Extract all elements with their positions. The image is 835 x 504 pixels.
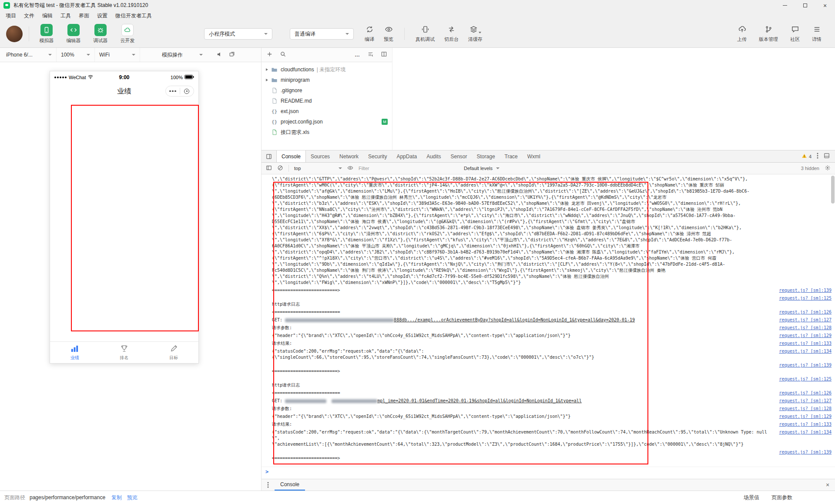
clear-console-icon[interactable] (277, 165, 283, 172)
tree-item[interactable]: {}project.config.jsonM (262, 117, 392, 127)
panel-layout-icon[interactable] (824, 153, 830, 160)
console-log-area[interactable]: \",\"district\":\"&TTP\",\"addres\":\"P@… (262, 174, 835, 479)
tree-item[interactable]: README.md (262, 96, 392, 106)
devtools-tab-network[interactable]: Network (335, 150, 363, 162)
phone-tab-target[interactable]: 目标 (149, 342, 198, 363)
preview-path-button[interactable]: 预览 (127, 494, 137, 501)
menu-item[interactable]: 界面 (75, 11, 93, 20)
network-select[interactable]: WiFi (95, 48, 140, 62)
source-location-link[interactable]: request.js? [sm]:125 (779, 295, 832, 301)
tree-item[interactable]: .gitignore (262, 85, 392, 96)
mode-select[interactable]: 小程序模式 (204, 28, 272, 40)
devtools-tab-audits[interactable]: Audits (422, 150, 446, 162)
filter-input[interactable] (359, 166, 459, 171)
more-icon[interactable]: … (355, 52, 360, 58)
drawer-tab-console[interactable]: Console (275, 479, 305, 491)
add-file-icon[interactable] (267, 51, 272, 58)
source-location-link[interactable]: request.js? [sm]:128 (779, 406, 832, 412)
source-location-link[interactable]: request.js? [sm]:126 (779, 390, 832, 396)
devtools-tab-appdata[interactable]: AppData (392, 150, 422, 162)
remote-debug-button[interactable]: 真机调试 (411, 25, 439, 43)
device-select[interactable]: iPhone 6/... (2, 48, 57, 62)
phone-tab-performance[interactable]: 业绩 (50, 342, 100, 363)
compile-mode-select[interactable]: 普通编译 (290, 28, 354, 40)
debugger-toggle-button[interactable]: 调试器 (89, 24, 112, 44)
source-location-link[interactable]: request.js? [sm]:134 (779, 348, 832, 354)
menu-item[interactable]: 微信开发者工具 (111, 11, 156, 20)
collapse-files-icon[interactable] (368, 51, 373, 58)
compile-button[interactable]: 编译 (360, 25, 379, 43)
split-editor-icon[interactable] (381, 51, 387, 58)
upload-button[interactable]: 上传 (732, 25, 751, 43)
log-levels-select[interactable]: Default levels (464, 166, 500, 171)
menu-item[interactable]: 项目 (2, 11, 20, 20)
details-button[interactable]: 详情 (807, 25, 826, 43)
source-location-link[interactable]: request.js? [sm]:139 (779, 287, 832, 294)
kebab-menu-icon[interactable] (817, 153, 818, 160)
source-location-link[interactable]: request.js? [sm]:134 (779, 429, 832, 435)
tree-item[interactable]: 接口需求.xls (262, 127, 392, 137)
sound-icon[interactable] (217, 51, 223, 59)
request-url-link[interactable]: mpl_ime=2020-01-01&endTime=2020-01-19&sh… (377, 398, 582, 403)
clear-cache-button[interactable]: 清缓存 (463, 25, 487, 43)
tree-item[interactable]: {}ext.json (262, 106, 392, 117)
more-dots-button[interactable] (166, 90, 180, 92)
preview-button[interactable]: 预览 (379, 25, 398, 43)
context-select[interactable]: top (294, 166, 342, 171)
minimize-button[interactable] (775, 0, 795, 11)
copy-path-button[interactable]: 复制 (111, 494, 122, 501)
close-button[interactable]: × (815, 0, 835, 11)
console-scrollbar[interactable] (831, 176, 835, 477)
source-location-link[interactable]: request.js? [sm]:129 (779, 414, 832, 420)
drawer-kebab-icon[interactable] (262, 482, 275, 488)
source-location-link[interactable]: request.js? [sm]:126 (779, 309, 832, 315)
devtools-tab-sensor[interactable]: Sensor (446, 150, 472, 162)
capture-icon[interactable] (229, 51, 235, 59)
menu-item[interactable]: 编辑 (38, 11, 57, 20)
menu-item[interactable]: 工具 (57, 11, 75, 20)
source-location-link[interactable]: request.js? [sm]:127 (779, 398, 832, 404)
source-location-link[interactable]: request.js? [sm]:139 (779, 449, 832, 455)
menu-item[interactable]: 设置 (93, 11, 111, 20)
source-location-link[interactable]: request.js? [sm]:133 (779, 340, 832, 347)
devtools-tab-storage[interactable]: Storage (472, 150, 500, 162)
console-sidebar-icon[interactable] (266, 165, 272, 172)
exit-circle-button[interactable] (180, 89, 194, 94)
devtools-tab-sources[interactable]: Sources (306, 150, 335, 162)
community-button[interactable]: 社区 (785, 25, 805, 43)
menu-item[interactable]: 文件 (20, 11, 38, 20)
warnings-badge[interactable]: 4 (801, 153, 812, 160)
simulator-toggle-button[interactable]: 模拟器 (35, 24, 58, 44)
tree-item[interactable]: miniprogram (262, 75, 392, 85)
devtools-tab-console[interactable]: Console (276, 150, 306, 162)
request-url-link[interactable]: 888db.../exampl...orAchievementByDay?sho… (394, 317, 635, 322)
console-settings-gear-icon[interactable] (825, 165, 831, 172)
switch-background-button[interactable]: 切后台 (439, 25, 463, 43)
maximize-button[interactable] (795, 0, 815, 11)
source-location-link[interactable]: request.js? [sm]:127 (779, 317, 832, 323)
live-expression-eye-icon[interactable] (347, 165, 353, 172)
devtools-tab-security[interactable]: Security (363, 150, 392, 162)
devtools-tab-wxml[interactable]: Wxml (523, 150, 545, 162)
console-prompt-row[interactable]: > (262, 467, 835, 475)
search-icon[interactable] (280, 51, 286, 58)
simulate-actions-select[interactable]: 模拟操作 (158, 48, 207, 62)
zoom-select[interactable]: 100% (57, 48, 95, 62)
source-location-link[interactable]: request.js? [sm]:128 (779, 325, 832, 331)
drawer-close-icon[interactable]: × (820, 481, 835, 488)
source-location-link[interactable]: request.js? [sm]:133 (779, 421, 832, 427)
devtools-tab-trace[interactable]: Trace (500, 150, 523, 162)
source-location-link[interactable]: request.js? [sm]:125 (779, 376, 832, 382)
source-location-link[interactable]: request.js? [sm]:129 (779, 333, 832, 339)
source-location-link[interactable]: request.js? [sm]:139 (779, 362, 832, 368)
version-control-button[interactable]: 版本管理 (754, 25, 783, 43)
tree-item[interactable]: cloudfunctions| 未指定环境 (262, 64, 392, 75)
user-avatar[interactable] (6, 26, 23, 42)
page-params-button[interactable]: 页面参数 (771, 494, 792, 501)
scrollbar-thumb[interactable] (831, 176, 835, 204)
cloud-dev-button[interactable]: 云开发 (116, 24, 139, 44)
phone-tab-ranking[interactable]: 排名 (100, 342, 149, 363)
editor-toggle-button[interactable]: 编辑器 (62, 24, 85, 44)
dock-side-icon[interactable] (262, 154, 276, 160)
scene-value-button[interactable]: 场景值 (744, 494, 759, 501)
